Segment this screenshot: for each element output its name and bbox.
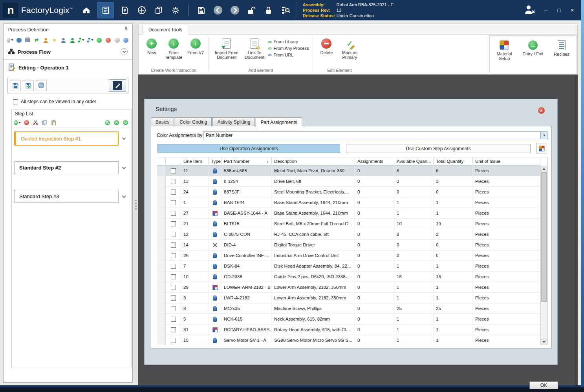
table-row[interactable]: 8M12x35Machine Screw, Phillips02525Piece… bbox=[157, 303, 540, 314]
new-button[interactable]: + New bbox=[143, 37, 160, 55]
table-row[interactable]: 21BLT615Steel Bolt, M6 x 20mm Full Threa… bbox=[157, 219, 540, 229]
row-checkbox[interactable] bbox=[171, 168, 176, 173]
ok-button[interactable]: OK bbox=[529, 381, 558, 389]
scroll-down-icon[interactable] bbox=[541, 339, 547, 345]
tab-document-tools[interactable]: Document Tools bbox=[143, 25, 188, 35]
enable-icon[interactable] bbox=[96, 37, 103, 44]
templates-icon[interactable] bbox=[153, 4, 165, 17]
find-step-icon[interactable] bbox=[104, 119, 111, 126]
row-checkbox[interactable] bbox=[171, 264, 176, 269]
gear-icon[interactable] bbox=[170, 4, 181, 17]
from-url-button[interactable]: ∞ From URL bbox=[268, 53, 309, 57]
chevron-down-icon[interactable] bbox=[119, 167, 129, 169]
from-library-button[interactable]: ∞ From Library bbox=[268, 39, 309, 44]
import-from-document-button[interactable]: Import From Document bbox=[212, 37, 241, 60]
cut-icon[interactable] bbox=[32, 119, 39, 126]
from-v7-button[interactable]: ↓ From V7 bbox=[187, 37, 204, 55]
close-button[interactable]: × bbox=[569, 7, 575, 13]
paste-icon[interactable] bbox=[50, 119, 57, 126]
move-step-down-icon[interactable] bbox=[122, 119, 129, 126]
recipes-button[interactable]: Recipes bbox=[549, 39, 574, 70]
table-row[interactable]: 1BAS-1644Base Stand Assembly, 1644, 210m… bbox=[157, 197, 540, 208]
from-template-button[interactable]: ↓ From Template bbox=[162, 37, 185, 60]
table-row[interactable]: 15Servo Motor SV-1 - ASG90 Servo Motor M… bbox=[157, 335, 540, 345]
forward-icon[interactable] bbox=[229, 4, 241, 17]
tab-color-coding[interactable]: Color Coding bbox=[175, 117, 212, 126]
flow-template-icon[interactable] bbox=[78, 37, 84, 44]
maximize-button[interactable]: □ bbox=[556, 7, 562, 13]
row-checkbox[interactable] bbox=[171, 221, 176, 226]
save-operation-button[interactable] bbox=[10, 80, 21, 91]
row-checkbox[interactable] bbox=[171, 242, 176, 248]
options-menu-icon[interactable] bbox=[7, 37, 13, 44]
lock-icon[interactable] bbox=[263, 4, 275, 17]
minimize-button[interactable]: – bbox=[542, 7, 549, 13]
logout-user-icon[interactable] bbox=[524, 4, 535, 16]
assignment-color-button[interactable] bbox=[536, 144, 547, 153]
col-type[interactable]: Type bbox=[209, 157, 222, 165]
material-setup-button[interactable]: Material Setup bbox=[492, 39, 516, 70]
mark-as-primary-button[interactable]: ✓ Mark as Primary bbox=[337, 37, 362, 60]
transfer-icon[interactable]: ⇄ bbox=[33, 37, 40, 44]
table-row[interactable]: 7DSK-84Disk Head Adapter Assembly, 84, 2… bbox=[157, 261, 540, 272]
row-checkbox[interactable] bbox=[171, 317, 176, 322]
from-any-process-button[interactable]: ∞ From Any Process bbox=[268, 46, 309, 51]
step-item[interactable]: Guided Inspection Step #1 bbox=[14, 131, 119, 146]
row-checkbox[interactable] bbox=[171, 338, 176, 343]
disable-icon[interactable] bbox=[105, 37, 112, 44]
database-button[interactable] bbox=[36, 80, 47, 91]
use-operation-assignments-button[interactable]: Use Operation Assignments bbox=[157, 144, 340, 153]
add-step-icon[interactable]: + bbox=[14, 119, 21, 126]
table-row[interactable]: 11588-mt-665Metal Rod, Main Pivot, Rotat… bbox=[157, 166, 540, 176]
row-checkbox[interactable] bbox=[171, 232, 176, 237]
export-operation-button[interactable] bbox=[23, 80, 34, 91]
refresh-icon[interactable] bbox=[123, 37, 129, 44]
row-checkbox[interactable] bbox=[171, 190, 176, 195]
any-order-checkbox[interactable] bbox=[13, 99, 18, 104]
remove-step-icon[interactable]: – bbox=[23, 119, 30, 126]
neutral-icon[interactable] bbox=[114, 37, 121, 44]
process-documents-icon[interactable] bbox=[119, 4, 131, 17]
flow-tree-icon[interactable] bbox=[87, 37, 93, 44]
col-part-number[interactable]: Part Number▲ bbox=[222, 157, 272, 165]
table-scrollbar[interactable] bbox=[540, 166, 547, 345]
scroll-up-icon[interactable] bbox=[541, 166, 547, 172]
add-user-icon[interactable] bbox=[69, 37, 76, 44]
step-item[interactable]: Standard Step #3 bbox=[14, 190, 119, 203]
row-checkbox[interactable] bbox=[171, 274, 176, 279]
edit-work-instruction-button[interactable] bbox=[109, 79, 126, 92]
row-checkbox[interactable] bbox=[171, 253, 176, 258]
col-assignments[interactable]: Assignments bbox=[355, 157, 394, 165]
chevron-down-icon[interactable] bbox=[119, 196, 129, 197]
move-step-up-icon[interactable] bbox=[113, 119, 120, 126]
splitter-handle-icon[interactable] bbox=[135, 200, 137, 210]
row-checkbox[interactable] bbox=[171, 179, 176, 184]
unlock-icon[interactable] bbox=[246, 4, 258, 17]
row-checkbox[interactable] bbox=[171, 211, 176, 216]
process-flow-label[interactable]: Process Flow bbox=[18, 49, 117, 55]
col-description[interactable]: Description bbox=[272, 157, 355, 165]
table-row[interactable]: 31ROTARY-HEAD-ASSY...Rotary Head Assembl… bbox=[157, 325, 540, 335]
table-row[interactable]: 26Drive Controller INF-...Industrial Arm… bbox=[157, 250, 540, 261]
link-to-document-button[interactable]: Link To Document bbox=[242, 37, 267, 60]
save-icon[interactable] bbox=[195, 4, 207, 17]
home-icon[interactable] bbox=[81, 4, 92, 17]
table-row[interactable]: 138-1254Drive Belt, 6ft033Pieces bbox=[157, 176, 540, 187]
color-assignments-dropdown[interactable]: Part Number bbox=[203, 131, 547, 139]
process-search-icon[interactable] bbox=[280, 4, 291, 17]
table-row[interactable]: 24887SJFSteel Mounting Bracket, Electric… bbox=[157, 187, 540, 197]
scrollbar-thumb[interactable] bbox=[541, 172, 547, 302]
table-row[interactable]: 5NCK-615Neck Assembly, 615, 82mm011Piece… bbox=[157, 314, 540, 325]
globe-icon[interactable] bbox=[16, 37, 22, 44]
step-item[interactable]: Standard Step #2 bbox=[14, 161, 119, 174]
entry-exit-button[interactable]: → Entry / Exit bbox=[519, 39, 547, 70]
table-row[interactable]: 29LOWER-ARM-2182 - BLower Arm Assembly, … bbox=[157, 282, 540, 293]
table-row[interactable]: 27BASE-ASSY-1644 - ABase Stand Assembly,… bbox=[157, 208, 540, 219]
work-instructions-icon[interactable] bbox=[97, 2, 114, 18]
table-row[interactable]: 14DID-4Digital Torque Driver000Pieces bbox=[157, 240, 540, 250]
copy-icon[interactable] bbox=[41, 119, 48, 126]
row-checkbox[interactable] bbox=[171, 306, 176, 311]
table-row[interactable]: 12C-8875-CONRJ-45, CCA conn cable, 6ft02… bbox=[157, 229, 540, 240]
pin-icon[interactable] bbox=[124, 26, 128, 33]
col-total-quantity[interactable]: Total Quantity bbox=[434, 157, 473, 165]
